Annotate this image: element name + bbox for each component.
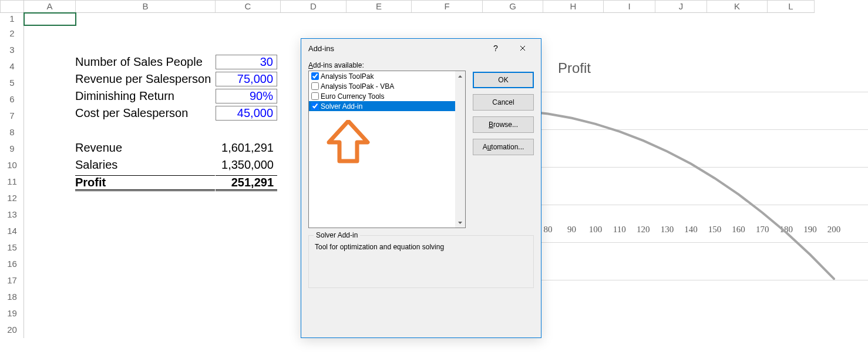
col-header-A[interactable]: A: [24, 1, 76, 13]
cell-A12[interactable]: [24, 190, 76, 206]
cell-H20[interactable]: [543, 322, 604, 338]
cell-C3[interactable]: 30: [216, 55, 277, 69]
cell-B13[interactable]: [76, 206, 216, 223]
cell-C9[interactable]: 1,350,000: [216, 158, 277, 172]
cell-C13[interactable]: [216, 206, 281, 223]
cell-F1[interactable]: [412, 13, 483, 25]
row-header-13[interactable]: 13: [1, 206, 24, 223]
cell-I1[interactable]: [604, 13, 655, 25]
col-header-I[interactable]: I: [604, 1, 655, 13]
row-header-15[interactable]: 15: [1, 239, 24, 256]
addin-checkbox[interactable]: [311, 102, 319, 110]
cell-B14[interactable]: [76, 223, 216, 239]
cell-L2[interactable]: [768, 25, 815, 42]
cell-J2[interactable]: [655, 25, 707, 42]
col-header-B[interactable]: B: [76, 1, 216, 13]
row-header-20[interactable]: 20: [1, 322, 24, 338]
ok-button[interactable]: OK: [473, 72, 534, 88]
cell-A17[interactable]: [24, 272, 76, 289]
cell-B6[interactable]: Cost per Salesperson: [75, 106, 188, 120]
row-header-1[interactable]: 1: [1, 13, 24, 25]
cell-H19[interactable]: [543, 305, 604, 322]
addin-item[interactable]: Analysis ToolPak: [309, 71, 465, 81]
cell-A19[interactable]: [24, 305, 76, 322]
cell-J1[interactable]: [655, 13, 707, 25]
addin-item[interactable]: Analysis ToolPak - VBA: [309, 81, 465, 91]
cell-B9[interactable]: Salaries: [75, 158, 117, 172]
row-header-8[interactable]: 8: [1, 124, 24, 141]
row-header-11[interactable]: 11: [1, 173, 24, 190]
cell-C8[interactable]: [216, 124, 281, 141]
row-header-6[interactable]: 6: [1, 91, 24, 108]
cell-B16[interactable]: [76, 256, 216, 272]
cell-A5[interactable]: [24, 75, 76, 91]
cell-C17[interactable]: [216, 272, 281, 289]
cell-C15[interactable]: [216, 239, 281, 256]
col-header-L[interactable]: L: [768, 1, 815, 13]
cell-A2[interactable]: [24, 25, 76, 42]
cell-I2[interactable]: [604, 25, 655, 42]
cell-J20[interactable]: [655, 322, 707, 338]
cell-L19[interactable]: [768, 305, 815, 322]
cell-C16[interactable]: [216, 256, 281, 272]
col-header-D[interactable]: D: [281, 1, 346, 13]
row-header-17[interactable]: 17: [1, 272, 24, 289]
dialog-titlebar[interactable]: Add-ins ?: [301, 39, 541, 58]
cell-C2[interactable]: [216, 25, 281, 42]
addin-checkbox[interactable]: [311, 72, 319, 80]
cell-A16[interactable]: [24, 256, 76, 272]
cell-C6[interactable]: 45,000: [216, 106, 277, 121]
cell-E1[interactable]: [346, 13, 412, 25]
cell-L1[interactable]: [768, 13, 815, 25]
cell-C14[interactable]: [216, 223, 281, 239]
cell-B8[interactable]: Revenue: [75, 141, 122, 155]
cell-C10[interactable]: 251,291: [216, 175, 277, 191]
addin-checkbox[interactable]: [311, 82, 319, 90]
cell-A4[interactable]: [24, 58, 76, 75]
row-header-3[interactable]: 3: [1, 42, 24, 58]
cell-C20[interactable]: [216, 322, 281, 338]
cell-A14[interactable]: [24, 223, 76, 239]
cell-I20[interactable]: [604, 322, 655, 338]
cell-B8[interactable]: [76, 124, 216, 141]
cell-B1[interactable]: [76, 13, 216, 25]
cell-C4[interactable]: 75,000: [216, 72, 277, 86]
cell-A9[interactable]: [24, 141, 76, 157]
scroll-up-arrow-icon[interactable]: [455, 71, 465, 81]
cell-C12[interactable]: [216, 190, 281, 206]
cell-B18[interactable]: [76, 289, 216, 305]
addin-item[interactable]: Solver Add-in: [309, 101, 465, 111]
cancel-button[interactable]: Cancel: [473, 94, 534, 111]
row-header-18[interactable]: 18: [1, 289, 24, 305]
cell-I19[interactable]: [604, 305, 655, 322]
row-header-16[interactable]: 16: [1, 256, 24, 272]
automation-button[interactable]: Automation...: [473, 139, 534, 155]
row-header-5[interactable]: 5: [1, 75, 24, 91]
listbox-scrollbar[interactable]: [455, 71, 465, 228]
cell-B17[interactable]: [76, 272, 216, 289]
col-header-C[interactable]: C: [216, 1, 281, 13]
cell-B20[interactable]: [76, 322, 216, 338]
cell-H2[interactable]: [543, 25, 604, 42]
row-header-19[interactable]: 19: [1, 305, 24, 322]
cell-B15[interactable]: [76, 239, 216, 256]
row-header-2[interactable]: 2: [1, 25, 24, 42]
row-header-4[interactable]: 4: [1, 58, 24, 75]
col-header-F[interactable]: F: [412, 1, 483, 13]
row-header-10[interactable]: 10: [1, 157, 24, 173]
cell-B2[interactable]: [76, 25, 216, 42]
col-header-E[interactable]: E: [346, 1, 412, 13]
addin-checkbox[interactable]: [311, 92, 319, 100]
addin-item[interactable]: Euro Currency Tools: [309, 91, 465, 101]
row-header-12[interactable]: 12: [1, 190, 24, 206]
addins-listbox[interactable]: Analysis ToolPakAnalysis ToolPak - VBAEu…: [308, 71, 466, 228]
cell-A18[interactable]: [24, 289, 76, 305]
browse-button[interactable]: Browse...: [473, 116, 534, 133]
col-header-K[interactable]: K: [707, 1, 768, 13]
cell-C1[interactable]: [216, 13, 281, 25]
cell-C18[interactable]: [216, 289, 281, 305]
select-all-corner[interactable]: [1, 1, 24, 13]
cell-A13[interactable]: [24, 206, 76, 223]
col-header-G[interactable]: G: [483, 1, 543, 13]
cell-A20[interactable]: [24, 322, 76, 338]
